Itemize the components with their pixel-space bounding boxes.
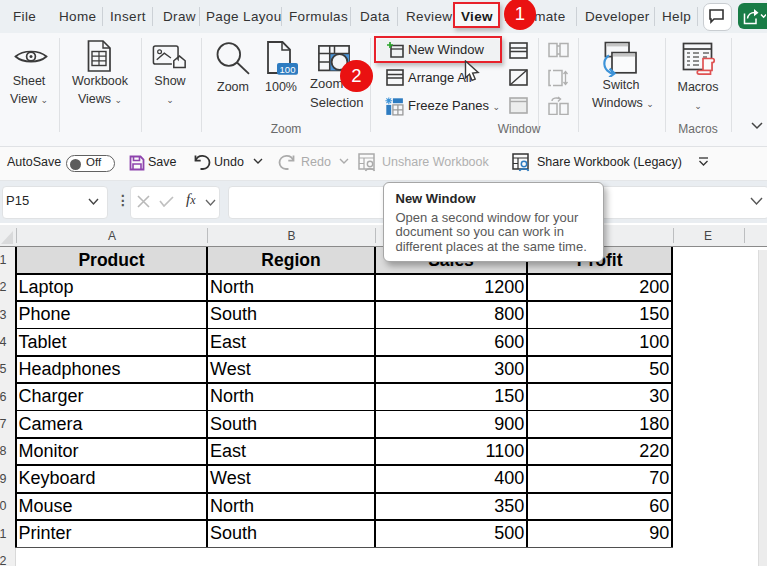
svg-text:100: 100 [280,63,296,74]
